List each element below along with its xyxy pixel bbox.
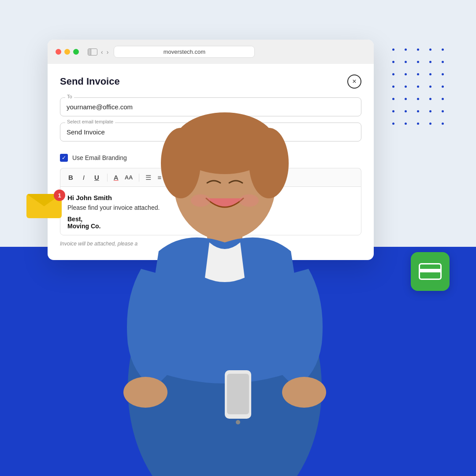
traffic-light-green[interactable] [73, 49, 79, 55]
browser-controls: ‹ › [88, 48, 108, 56]
url-bar[interactable]: moverstech.com [114, 46, 255, 58]
green-card-widget[interactable] [411, 252, 450, 291]
svg-point-8 [123, 377, 167, 408]
person-image [88, 57, 361, 476]
svg-point-5 [249, 128, 289, 198]
person-svg [88, 57, 361, 476]
card-icon [419, 263, 442, 280]
to-label: To [65, 94, 74, 99]
bold-button[interactable]: B [67, 173, 75, 182]
back-arrow-icon[interactable]: ‹ [101, 48, 103, 56]
svg-point-9 [282, 377, 326, 408]
sidebar-toggle-icon[interactable] [88, 48, 97, 56]
svg-point-12 [236, 420, 240, 424]
svg-point-7 [239, 194, 259, 207]
branding-checkbox[interactable]: ✓ [60, 154, 68, 162]
email-notification: 1 [26, 194, 66, 227]
traffic-lights [56, 49, 79, 55]
traffic-light-red[interactable] [56, 49, 61, 55]
svg-rect-11 [227, 374, 249, 414]
traffic-light-yellow[interactable] [64, 49, 70, 55]
italic-button[interactable]: I [81, 173, 86, 182]
dot-grid [392, 48, 450, 130]
forward-arrow-icon[interactable]: › [107, 48, 109, 56]
svg-point-4 [161, 128, 201, 198]
card-stripe [420, 269, 440, 272]
envelope-icon: 1 [26, 194, 62, 221]
notification-badge: 1 [54, 190, 65, 201]
svg-point-6 [191, 194, 210, 207]
